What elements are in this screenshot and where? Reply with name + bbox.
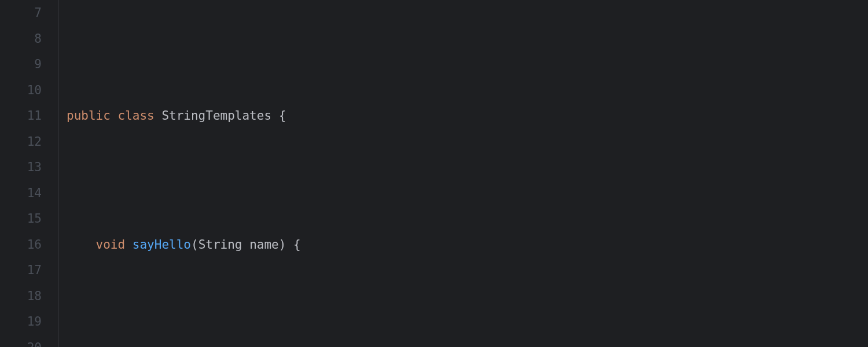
line-number: 9 [0,51,42,77]
line-number: 15 [0,206,42,232]
indent [67,238,96,252]
line-number: 11 [0,103,42,129]
code-line: void sayHello(String name) { [67,232,645,258]
param-name: name [249,238,279,252]
line-number: 20 [0,335,42,348]
brace: { [293,238,301,252]
brace: { [279,109,286,123]
line-number: 8 [0,26,42,52]
line-number-gutter: 7891011121314151617181920 [0,0,58,347]
paren: ) [279,238,286,252]
method-name: sayHello [133,238,191,252]
line-number: 14 [0,180,42,206]
keyword: class [118,109,155,123]
line-number: 19 [0,309,42,335]
line-number: 7 [0,0,42,26]
line-number: 10 [0,77,42,104]
line-number: 12 [0,129,42,155]
keyword: void [96,238,126,252]
paren: ( [191,238,198,252]
code-line: public class StringTemplates { [67,103,645,129]
code-area[interactable]: public class StringTemplates { void sayH… [58,0,645,347]
line-number: 16 [0,232,42,258]
keyword: public [67,109,111,123]
class-name: StringTemplates [161,109,271,123]
line-number: 18 [0,283,42,309]
line-number: 17 [0,257,42,283]
line-number: 13 [0,154,42,180]
code-editor[interactable]: 7891011121314151617181920 public class S… [0,0,868,347]
param-type: String [198,238,242,252]
